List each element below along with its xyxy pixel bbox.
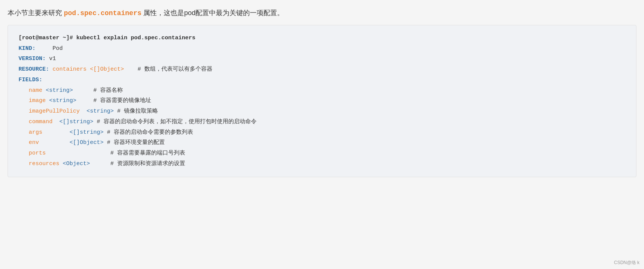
- field-resources-comment: # 资源限制和资源请求的设置: [110, 159, 185, 169]
- field-ports-line: ports # 容器需要暴露的端口号列表: [19, 148, 625, 159]
- intro-code: pod.spec.containers: [64, 9, 141, 17]
- field-indent: [19, 117, 29, 127]
- terminal-block: [root@master ~]# kubectl explain pod.spe…: [8, 25, 636, 177]
- field-name-spacing: [73, 85, 93, 96]
- field-command-space: [53, 117, 59, 127]
- field-indent: [19, 148, 29, 159]
- field-name-space: [42, 85, 46, 96]
- field-indent: [19, 85, 29, 96]
- command-line: [root@master ~]# kubectl explain pod.spe…: [19, 33, 625, 43]
- field-image-line: image <string> # 容器需要的镜像地址: [19, 96, 625, 106]
- resource-line: RESOURCE: containers <[]Object> # 数组，代表可…: [19, 64, 625, 75]
- field-command-name: command: [29, 117, 53, 127]
- field-imagepullpolicy-name: imagePullPolicy: [29, 106, 80, 117]
- field-ports-spacing: [46, 148, 110, 159]
- field-resources-spacing: [90, 159, 110, 169]
- version-padding: [46, 54, 49, 64]
- field-imagepullpolicy-comment: # 镜像拉取策略: [117, 106, 158, 117]
- kind-value: Pod: [53, 43, 63, 54]
- command-text: [root@master ~]# kubectl explain pod.spe…: [19, 33, 195, 43]
- field-env-comment: # 容器环境变量的配置: [107, 138, 165, 148]
- field-command-line: command <[]string> # 容器的启动命令列表，如不指定，使用打包…: [19, 117, 625, 127]
- resource-key: RESOURCE:: [19, 64, 49, 75]
- field-args-type: <[]string>: [70, 127, 104, 138]
- field-command-spacing: [93, 117, 97, 127]
- intro-prefix: 本小节主要来研究: [8, 9, 64, 17]
- field-env-spacing: [104, 138, 107, 148]
- field-indent: [19, 106, 29, 117]
- field-indent: [19, 138, 29, 148]
- field-indent: [19, 96, 29, 106]
- field-args-comment: # 容器的启动命令需要的参数列表: [107, 127, 193, 138]
- watermark: CSDN@络 k: [614, 260, 639, 266]
- field-resources-line: resources <Object> # 资源限制和资源请求的设置: [19, 159, 625, 169]
- field-imagepullpolicy-type: <string>: [87, 106, 114, 117]
- field-name-comment: # 容器名称: [93, 85, 123, 96]
- field-name-line: name <string> # 容器名称: [19, 85, 625, 96]
- field-imagepullpolicy-space: [80, 106, 87, 117]
- kind-key: KIND:: [19, 43, 36, 54]
- resource-value: containers <[]Object>: [53, 64, 124, 75]
- field-imagepullpolicy-line: imagePullPolicy <string> # 镜像拉取策略: [19, 106, 625, 117]
- version-value: v1: [49, 54, 56, 64]
- field-image-name: image: [29, 96, 46, 106]
- field-image-type: <string>: [49, 96, 76, 106]
- version-key: VERSION:: [19, 54, 46, 64]
- field-resources-name: resources: [29, 159, 59, 169]
- resource-padding: [49, 64, 53, 75]
- field-command-type: <[]string>: [59, 117, 93, 127]
- field-args-spacing: [104, 127, 107, 138]
- fields-key: FIELDS:: [19, 75, 42, 85]
- field-ports-comment: # 容器需要暴露的端口号列表: [110, 148, 185, 159]
- field-imagepullpolicy-spacing: [114, 106, 117, 117]
- field-command-comment: # 容器的启动命令列表，如不指定，使用打包时使用的启动命令: [97, 117, 257, 127]
- field-indent: [19, 159, 29, 169]
- resource-comment: # 数组，代表可以有多个容器: [124, 64, 212, 75]
- field-image-comment: # 容器需要的镜像地址: [93, 96, 151, 106]
- field-args-space: [42, 127, 70, 138]
- field-image-spacing: [76, 96, 93, 106]
- field-args-line: args <[]string> # 容器的启动命令需要的参数列表: [19, 127, 625, 138]
- field-env-type: <[]Object>: [70, 138, 104, 148]
- field-env-line: env <[]Object> # 容器环境变量的配置: [19, 138, 625, 148]
- field-name-type: <string>: [46, 85, 73, 96]
- fields-line: FIELDS:: [19, 75, 625, 85]
- field-env-name: env: [29, 138, 39, 148]
- intro-paragraph: 本小节主要来研究 pod.spec.containers 属性，这也是pod配置…: [8, 8, 636, 19]
- field-ports-name: ports: [29, 148, 46, 159]
- field-indent: [19, 127, 29, 138]
- field-args-name: args: [29, 127, 42, 138]
- field-image-space: [46, 96, 49, 106]
- field-env-space: [39, 138, 70, 148]
- field-name-name: name: [29, 85, 42, 96]
- kind-line: KIND: Pod: [19, 43, 625, 54]
- field-resources-space: [59, 159, 63, 169]
- intro-suffix: 属性，这也是pod配置中最为关键的一项配置。: [141, 9, 284, 17]
- field-resources-type: <Object>: [63, 159, 90, 169]
- version-line: VERSION: v1: [19, 54, 625, 64]
- kind-padding: [36, 43, 53, 54]
